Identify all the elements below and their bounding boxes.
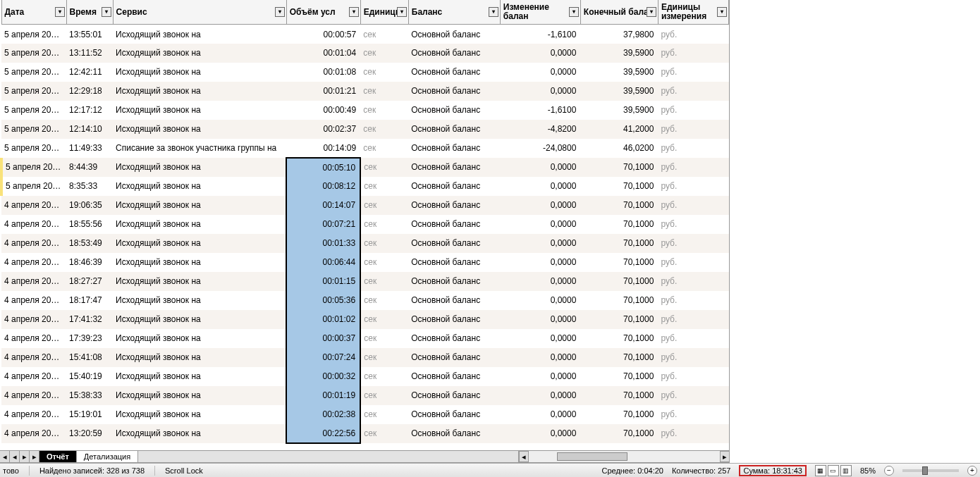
cell[interactable]: Исходящий звонок на (113, 367, 286, 386)
cell[interactable]: -24,0800 (500, 139, 580, 158)
cell[interactable]: Исходящий звонок на (113, 158, 286, 177)
cell[interactable]: 5 апреля 2019 г. (1, 63, 66, 82)
cell[interactable]: 00:00:37 (286, 329, 360, 348)
cell[interactable]: 00:01:08 (286, 63, 360, 82)
tab-nav-first[interactable]: ◂ (0, 451, 10, 462)
zoom-out-button[interactable]: − (884, 466, 894, 476)
cell[interactable]: 0,0000 (500, 405, 580, 424)
cell[interactable]: Основной баланс (408, 196, 500, 215)
cell[interactable]: 70,1000 (580, 310, 658, 329)
cell[interactable]: 4 апреля 2019 г. (1, 272, 66, 291)
col-header-date[interactable]: Дата▾ (1, 0, 66, 25)
cell[interactable]: руб. (658, 25, 728, 44)
col-header-time[interactable]: Время▾ (66, 0, 113, 25)
col-header-service[interactable]: Сервис▾ (113, 0, 286, 25)
cell[interactable]: 8:44:39 (66, 158, 113, 177)
cell[interactable]: 4 апреля 2019 г. (1, 253, 66, 272)
tab-nav-next[interactable]: ▸ (20, 451, 30, 462)
cell[interactable]: 4 апреля 2019 г. (1, 405, 66, 424)
cell[interactable]: Основной баланс (408, 386, 500, 405)
filter-dropdown-icon[interactable]: ▾ (489, 7, 498, 17)
cell[interactable]: руб. (658, 272, 728, 291)
cell[interactable]: 15:19:01 (66, 405, 113, 424)
cell[interactable]: Основной баланс (408, 253, 500, 272)
table-row[interactable]: 4 апреля 2019 г.15:40:19Исходящий звонок… (1, 367, 729, 386)
zoom-in-button[interactable]: + (967, 466, 977, 476)
cell[interactable]: руб. (658, 82, 728, 101)
cell[interactable]: 12:42:11 (66, 63, 113, 82)
cell[interactable]: 0,0000 (500, 348, 580, 367)
cell[interactable]: 15:41:08 (66, 348, 113, 367)
cell[interactable]: 12:14:10 (66, 120, 113, 139)
cell[interactable]: 00:01:21 (286, 82, 360, 101)
cell[interactable]: 0,0000 (500, 386, 580, 405)
cell[interactable]: Основной баланс (408, 215, 500, 234)
table-row[interactable]: 5 апреля 2019 г.12:29:18Исходящий звонок… (1, 82, 729, 101)
cell[interactable]: 0,0000 (500, 215, 580, 234)
cell[interactable]: 39,5900 (580, 44, 658, 63)
cell[interactable]: 0,0000 (500, 44, 580, 63)
cell[interactable]: руб. (658, 177, 728, 196)
cell[interactable]: руб. (658, 348, 728, 367)
cell[interactable]: 18:55:56 (66, 215, 113, 234)
cell[interactable]: руб. (658, 329, 728, 348)
cell[interactable]: Основной баланс (408, 177, 500, 196)
cell[interactable]: 4 апреля 2019 г. (1, 291, 66, 310)
table-row[interactable]: 4 апреля 2019 г.17:39:23Исходящий звонок… (1, 329, 729, 348)
cell[interactable]: Исходящий звонок на (113, 25, 286, 44)
cell[interactable]: 5 апреля 2019 г. (1, 120, 66, 139)
cell[interactable]: 00:05:36 (286, 291, 360, 310)
cell[interactable]: 0,0000 (500, 234, 580, 253)
cell[interactable]: 70,1000 (580, 348, 658, 367)
cell[interactable]: Основной баланс (408, 405, 500, 424)
horizontal-scrollbar[interactable]: ◂ ▸ (518, 451, 730, 462)
cell[interactable]: 0,0000 (500, 196, 580, 215)
cell[interactable]: -4,8200 (500, 120, 580, 139)
table-row[interactable]: 4 апреля 2019 г.17:41:32Исходящий звонок… (1, 310, 729, 329)
cell[interactable]: 13:11:52 (66, 44, 113, 63)
cell[interactable]: сек (360, 82, 408, 101)
cell[interactable]: 0,0000 (500, 82, 580, 101)
col-header-balance[interactable]: Баланс▾ (408, 0, 500, 25)
cell[interactable]: руб. (658, 367, 728, 386)
cell[interactable]: 39,5900 (580, 101, 658, 120)
table-row[interactable]: 5 апреля 2019 г.12:14:10Исходящий звонок… (1, 120, 729, 139)
cell[interactable]: руб. (658, 253, 728, 272)
cell[interactable]: 0,0000 (500, 310, 580, 329)
cell[interactable]: 12:29:18 (66, 82, 113, 101)
cell[interactable]: Исходящий звонок на (113, 272, 286, 291)
cell[interactable]: 11:49:33 (66, 139, 113, 158)
table-row[interactable]: 5 апреля 2019 г.8:35:33Исходящий звонок … (1, 177, 729, 196)
cell[interactable]: 00:01:04 (286, 44, 360, 63)
zoom-thumb[interactable] (922, 466, 928, 475)
cell[interactable]: сек (360, 63, 408, 82)
table-row[interactable]: 5 апреля 2019 г.12:42:11Исходящий звонок… (1, 63, 729, 82)
cell[interactable]: сек (360, 196, 408, 215)
cell[interactable]: Исходящий звонок на (113, 291, 286, 310)
zoom-slider[interactable] (902, 469, 959, 472)
cell[interactable]: 5 апреля 2019 г. (1, 158, 66, 177)
view-layout-icon[interactable]: ▭ (828, 465, 839, 476)
cell[interactable]: 70,1000 (580, 386, 658, 405)
cell[interactable]: 00:14:09 (286, 139, 360, 158)
table-row[interactable]: 4 апреля 2019 г.18:27:27Исходящий звонок… (1, 272, 729, 291)
cell[interactable]: 19:06:35 (66, 196, 113, 215)
cell[interactable]: Исходящий звонок на (113, 196, 286, 215)
cell[interactable]: руб. (658, 63, 728, 82)
cell[interactable]: 4 апреля 2019 г. (1, 348, 66, 367)
cell[interactable]: сек (360, 405, 408, 424)
cell[interactable]: руб. (658, 424, 728, 443)
cell[interactable]: Основной баланс (408, 348, 500, 367)
table-row[interactable]: 4 апреля 2019 г.15:38:33Исходящий звонок… (1, 386, 729, 405)
cell[interactable]: сек (360, 348, 408, 367)
cell[interactable]: 17:39:23 (66, 329, 113, 348)
cell[interactable]: Основной баланс (408, 291, 500, 310)
cell[interactable]: 00:01:33 (286, 234, 360, 253)
cell[interactable]: 4 апреля 2019 г. (1, 310, 66, 329)
cell[interactable]: 00:02:37 (286, 120, 360, 139)
data-grid[interactable]: Дата▾ Время▾ Сервис▾ Объём усл▾ Единицы▾… (0, 0, 730, 451)
cell[interactable]: руб. (658, 101, 728, 120)
cell[interactable]: 00:01:19 (286, 386, 360, 405)
table-row[interactable]: 4 апреля 2019 г.19:06:35Исходящий звонок… (1, 196, 729, 215)
filter-dropdown-icon[interactable]: ▾ (397, 7, 407, 17)
